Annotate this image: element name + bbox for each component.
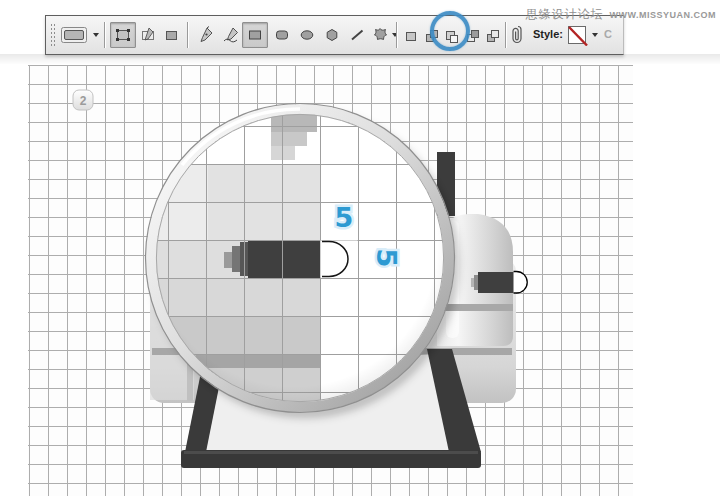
- watermark-url: WWW.MISSYUAN.COM: [610, 10, 717, 20]
- separator: [104, 22, 106, 48]
- add-to-shape-area-button[interactable]: [422, 27, 441, 46]
- mode-shape-layers-button[interactable]: [110, 22, 136, 48]
- rounded-rectangle-tool-icon: [273, 26, 291, 44]
- create-new-shape-layer-button[interactable]: [402, 27, 421, 46]
- link-styles-button[interactable]: [511, 24, 525, 46]
- width-label: 5: [335, 202, 354, 233]
- watermark-forum-name: 思缘设计论坛: [526, 6, 604, 23]
- ellipse-tool-button[interactable]: [294, 22, 320, 48]
- pen-tool-button[interactable]: [193, 22, 219, 48]
- rounded-rectangle-tool-button[interactable]: [269, 22, 295, 48]
- color-label-partial: C: [604, 28, 612, 40]
- chevron-down-icon: [93, 33, 99, 37]
- shape-layers-icon: [114, 26, 132, 44]
- shape-preset-swatch-icon: [60, 26, 88, 44]
- watermark: 思缘设计论坛 WWW.MISSYUAN.COM: [526, 6, 717, 23]
- height-label: 5: [371, 249, 402, 268]
- rectangle-tool-button[interactable]: [242, 22, 268, 48]
- custom-shape-tool-button[interactable]: [367, 22, 393, 48]
- new-shape-layer-icon: [404, 29, 419, 44]
- document-canvas[interactable]: 5 5 2: [28, 65, 633, 496]
- exclude-overlapping-shapes-button[interactable]: [483, 27, 502, 46]
- exclude-overlapping-shapes-icon: [485, 29, 500, 44]
- intersect-shape-areas-button[interactable]: [463, 27, 482, 46]
- add-shape-area-icon: [424, 29, 439, 44]
- custom-shape-tool-icon: [371, 26, 389, 44]
- toolbar-grip-handle[interactable]: [50, 23, 56, 47]
- separator: [187, 22, 189, 48]
- step-badge: 2: [73, 90, 93, 110]
- ellipse-tool-icon: [298, 26, 316, 44]
- canvas-svg[interactable]: 5 5 2: [28, 65, 633, 496]
- style-label: Style:: [533, 28, 563, 40]
- paths-icon: [139, 26, 157, 44]
- mode-fill-pixels-button[interactable]: [158, 22, 184, 48]
- toolbar-shadow: [0, 54, 720, 64]
- intersect-shape-areas-icon: [465, 29, 480, 44]
- subtract-from-shape-area-button[interactable]: [442, 27, 461, 46]
- paperclip-link-icon: [511, 24, 525, 46]
- chevron-down-icon: [592, 33, 598, 37]
- style-dropdown[interactable]: [592, 33, 598, 37]
- subtract-shape-area-icon: [444, 29, 459, 44]
- fill-pixels-icon: [162, 26, 180, 44]
- step-number: 2: [80, 94, 87, 108]
- printer-slot: [478, 272, 514, 293]
- freeform-pen-tool-button[interactable]: [218, 22, 244, 48]
- tool-preset-button[interactable]: [60, 26, 88, 44]
- tool-preset-dropdown[interactable]: [93, 33, 99, 37]
- pen-tool-icon: [197, 26, 215, 44]
- freeform-pen-tool-icon: [222, 26, 240, 44]
- no-style-swatch-icon: [567, 25, 588, 46]
- polygon-tool-button[interactable]: [319, 22, 345, 48]
- separator: [505, 22, 507, 48]
- style-swatch-no-style[interactable]: [567, 25, 588, 46]
- line-tool-icon: [348, 26, 366, 44]
- rectangle-tool-icon: [246, 26, 264, 44]
- separator: [396, 22, 398, 48]
- photoshop-tutorial-screenshot: { "watermark": { "forum": "思缘设计论坛", "url…: [0, 0, 720, 496]
- polygon-tool-icon: [323, 26, 341, 44]
